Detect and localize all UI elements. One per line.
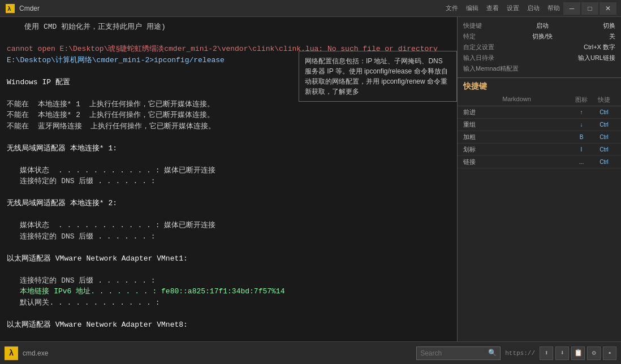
quick-key-item[interactable]: 链接 ... Ctrl [458, 156, 621, 168]
right-row-label: 自定义设置 [463, 43, 494, 51]
right-row-value: 启动 [536, 21, 549, 30]
right-row-extra: 关 [609, 32, 615, 41]
search-icon: 🔍 [488, 349, 497, 357]
menu-view[interactable]: 查看 [483, 3, 502, 14]
status-lambda-icon: λ [5, 346, 18, 360]
right-row-extra: 切换 [603, 21, 615, 30]
right-row-4: 输入日待录 输入URL链接 [463, 53, 615, 63]
minimize-button[interactable]: ─ [563, 2, 580, 15]
quick-key-col2: I [570, 146, 593, 153]
quick-header-icon: 图标 [570, 96, 593, 104]
right-row-5: 输入Memnad精配置 [463, 63, 615, 74]
close-button[interactable]: ✕ [600, 2, 616, 15]
search-input[interactable] [420, 349, 488, 357]
right-row-value: 切换/快 [532, 32, 553, 41]
quick-key-name: 加粗 [463, 133, 570, 141]
quick-keys-header: Markdown 图标 快捷 [458, 94, 621, 106]
right-row-value: Ctrl+X 数字 [584, 43, 615, 51]
quick-key-name: 前进 [463, 108, 570, 116]
quick-header-markdown: Markdown [463, 96, 570, 104]
quick-keys-title: 快捷键 [458, 78, 621, 94]
app-icon: λ [5, 3, 16, 14]
status-btn-4[interactable]: ⚙ [587, 346, 601, 360]
main-area: 使用 CMD 初始化并，正支持此用户 用途) cannot open E:\De… [0, 17, 621, 341]
right-row-label: 输入日待录 [463, 54, 494, 62]
quick-key-col3: Ctrl [593, 122, 615, 128]
window-controls: ─ □ ✕ [563, 2, 616, 15]
quick-key-name: 划标 [463, 145, 570, 154]
quick-keys-section: 快捷键 Markdown 图标 快捷 前进 ↑ Ctrl 重组 ↓ Ctrl 加… [458, 78, 621, 168]
status-icon-group: ⬆ ⬇ 📋 ⚙ ▪ [540, 346, 616, 360]
status-btn-1[interactable]: ⬆ [540, 346, 553, 360]
right-row-3: 自定义设置 Ctrl+X 数字 [463, 42, 615, 53]
quick-key-item[interactable]: 重组 ↓ Ctrl [458, 119, 621, 131]
right-panel: 快捷键 启动 切换 特定 切换/快 关 自定义设置 Ctrl+X 数字 输入日待… [457, 17, 621, 341]
menu-help[interactable]: 帮助 [544, 3, 563, 14]
status-process-name: cmd.exe [23, 349, 68, 357]
quick-key-item[interactable]: 划标 I Ctrl [458, 144, 621, 156]
menu-edit[interactable]: 编辑 [463, 3, 482, 14]
status-bar: λ cmd.exe 🔍 https:// ⬆ ⬇ 📋 ⚙ ▪ [0, 341, 621, 364]
quick-key-col3: Ctrl [593, 109, 615, 115]
quick-header-shortcut: 快捷 [593, 96, 615, 104]
title-bar: λ Cmder 文件 编辑 查看 设置 启动 帮助 ─ □ ✕ [0, 0, 621, 17]
status-btn-3[interactable]: 📋 [571, 346, 585, 360]
status-btn-2[interactable]: ⬇ [555, 346, 569, 360]
menu-settings[interactable]: 设置 [503, 3, 523, 14]
right-row-2: 特定 切换/快 关 [463, 31, 615, 42]
maximize-button[interactable]: □ [581, 2, 598, 15]
status-url: https:// [505, 350, 535, 357]
quick-key-name: 链接 [463, 158, 570, 166]
window-title: Cmder [19, 5, 431, 12]
svg-text:λ: λ [7, 6, 11, 12]
quick-key-item[interactable]: 前进 ↑ Ctrl [458, 106, 621, 119]
right-row-value: 输入URL链接 [578, 54, 615, 62]
quick-key-col2: B [570, 134, 593, 140]
quick-key-name: 重组 [463, 120, 570, 129]
right-row-label: 输入Memnad精配置 [463, 64, 519, 73]
quick-key-col3: Ctrl [593, 134, 615, 140]
right-top-section: 快捷键 启动 切换 特定 切换/快 关 自定义设置 Ctrl+X 数字 输入日待… [458, 17, 621, 78]
right-row-1: 快捷键 启动 切换 [463, 20, 615, 31]
quick-key-col2: ↑ [570, 109, 593, 115]
menu-file[interactable]: 文件 [442, 3, 462, 14]
quick-key-item[interactable]: 加粗 B Ctrl [458, 131, 621, 144]
menu-bar: 文件 编辑 查看 设置 启动 帮助 [442, 3, 563, 14]
search-box[interactable]: 🔍 [416, 346, 501, 360]
status-btn-5[interactable]: ▪ [603, 346, 616, 360]
right-row-label: 快捷键 [463, 21, 482, 30]
right-row-label: 特定 [463, 32, 476, 41]
desc-text: 网络配置信息包括：IP 地址、子网掩码、DNS 服务器 IP 等。使用 ipco… [305, 57, 448, 96]
quick-key-col2: ↓ [570, 122, 593, 128]
quick-key-col2: ... [570, 159, 593, 165]
quick-key-col3: Ctrl [593, 146, 615, 153]
quick-key-col3: Ctrl [593, 159, 615, 165]
description-overlay: 网络配置信息包括：IP 地址、子网掩码、DNS 服务器 IP 等。使用 ipco… [299, 51, 457, 102]
menu-start[interactable]: 启动 [524, 3, 543, 14]
